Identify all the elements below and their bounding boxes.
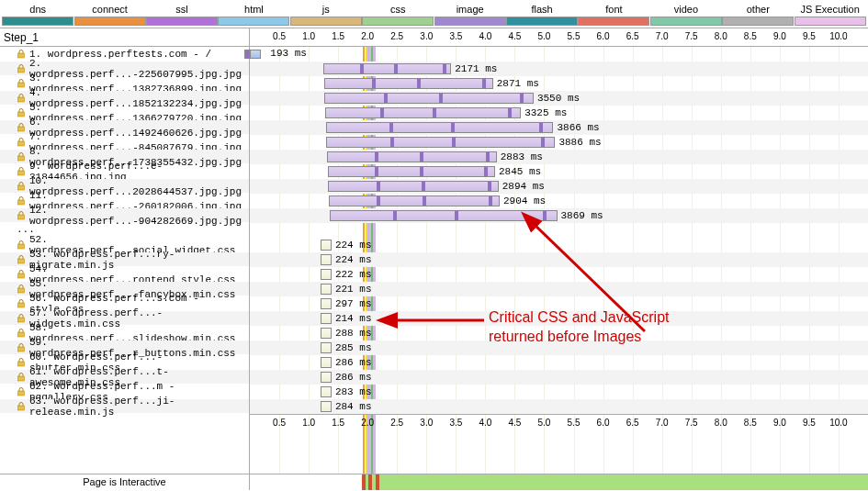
request-bar[interactable] [329, 195, 500, 206]
legend-item-font: font [578, 4, 649, 26]
ruler-bottom: 0.51.01.52.02.53.03.54.04.55.05.56.06.57… [250, 414, 868, 430]
bar-time: 2871 ms [497, 78, 539, 89]
timeline-row: 284 ms [250, 399, 868, 414]
request-bar[interactable] [330, 210, 558, 221]
svg-rect-12 [18, 244, 25, 249]
timeline-row: 3886 ms [250, 135, 868, 150]
request-bar[interactable] [321, 254, 332, 265]
request-bar[interactable] [321, 386, 332, 397]
bar-time: 2845 ms [499, 166, 541, 177]
svg-rect-23 [18, 406, 25, 410]
request-bar[interactable] [324, 78, 493, 89]
timeline-row: 2845 ms [250, 164, 868, 179]
legend-item-video: video [650, 4, 722, 26]
timeline-row: 224 ms [250, 238, 868, 252]
timeline-row: 2871 ms [250, 76, 868, 91]
svg-rect-14 [18, 273, 25, 278]
request-label: 12. wordpress.perf...-904282669.jpg.jpg [29, 205, 249, 227]
lock-icon [17, 167, 26, 176]
request-bar[interactable] [324, 93, 534, 104]
bar-time: 297 ms [335, 298, 372, 309]
svg-rect-19 [18, 347, 25, 352]
step-label: Step_1 [0, 28, 249, 47]
request-bar[interactable] [250, 50, 261, 59]
lock-icon [17, 94, 26, 103]
request-names-column: Step_1 1. wordpress.perftests.com - /2. … [0, 28, 250, 474]
legend-item-js: js [290, 4, 362, 26]
request-row[interactable]: 12. wordpress.perf...-904282669.jpg.jpg [0, 208, 249, 223]
bar-time: 224 ms [335, 240, 372, 251]
svg-rect-20 [18, 362, 25, 366]
lock-icon [17, 240, 26, 250]
request-bar[interactable] [328, 166, 495, 177]
timeline-row: 222 ms [250, 267, 868, 282]
lock-icon [17, 329, 26, 338]
request-row[interactable]: 63. wordpress.perf...ji-release.min.js [0, 399, 249, 414]
request-bar[interactable] [321, 240, 332, 251]
request-bar[interactable] [321, 357, 332, 368]
svg-rect-0 [18, 53, 25, 58]
request-bar[interactable] [326, 122, 554, 133]
lock-icon [17, 50, 26, 59]
request-bar[interactable] [321, 372, 332, 383]
lock-icon [17, 182, 26, 191]
bar-time: 3866 ms [557, 122, 599, 133]
svg-rect-2 [18, 83, 25, 87]
legend-item-JS-Execution: JS Execution [795, 4, 866, 26]
bar-time: 224 ms [335, 254, 372, 265]
legend-item-other: other [722, 4, 794, 26]
lock-icon [17, 123, 26, 132]
lock-icon [17, 373, 26, 382]
timeline-row: 283 ms [250, 385, 868, 399]
bar-time: 2904 ms [503, 195, 546, 206]
lock-icon [17, 387, 26, 396]
timeline: 0.51.01.52.02.53.03.54.04.55.05.56.06.57… [250, 28, 868, 474]
request-bar[interactable] [327, 151, 497, 162]
svg-rect-16 [18, 303, 25, 307]
bar-time: 286 ms [335, 372, 372, 383]
interactive-bar [250, 474, 868, 490]
timeline-row: 221 ms [250, 282, 868, 296]
lock-icon [17, 255, 26, 264]
request-bar[interactable] [321, 328, 332, 339]
bar-time: 221 ms [335, 284, 372, 295]
waterfall-panel: Step_1 1. wordpress.perftests.com - /2. … [0, 28, 868, 474]
svg-rect-18 [18, 332, 25, 337]
request-bar[interactable] [321, 401, 332, 412]
request-bar[interactable] [325, 107, 521, 118]
legend-item-image: image [434, 4, 506, 26]
interactive-row: Page is Interactive [0, 474, 868, 490]
svg-rect-7 [18, 156, 25, 161]
lock-icon [17, 64, 26, 73]
bar-time: 222 ms [335, 269, 372, 280]
timeline-row: 2894 ms [250, 179, 868, 194]
request-bar[interactable] [321, 269, 332, 280]
bar-time: 3869 ms [561, 210, 603, 221]
lock-icon [17, 358, 26, 367]
lock-icon [17, 270, 26, 279]
request-label: 63. wordpress.perf...ji-release.min.js [29, 396, 249, 418]
svg-rect-21 [18, 376, 25, 381]
bar-time: 193 ms [270, 48, 307, 59]
request-bar[interactable] [321, 342, 332, 353]
legend-item-ssl: ssl [146, 4, 218, 26]
bar-time: 3550 ms [537, 93, 580, 104]
request-bar[interactable] [323, 63, 451, 74]
request-bar[interactable] [321, 313, 332, 324]
lock-icon [17, 152, 26, 162]
lock-icon [17, 314, 26, 323]
lock-icon [17, 138, 26, 147]
timeline-row: 2904 ms [250, 194, 868, 208]
request-bar[interactable] [328, 181, 498, 192]
lock-icon [17, 285, 26, 294]
timeline-row: 2171 ms [250, 61, 868, 76]
lock-icon [17, 343, 26, 352]
request-bar[interactable] [326, 137, 555, 148]
svg-rect-3 [18, 97, 25, 102]
request-bar[interactable] [321, 284, 332, 295]
svg-rect-11 [18, 215, 25, 219]
svg-rect-13 [18, 259, 25, 263]
legend-item-connect: connect [74, 4, 146, 26]
request-bar[interactable] [321, 298, 332, 309]
legend-item-css: css [362, 4, 434, 26]
